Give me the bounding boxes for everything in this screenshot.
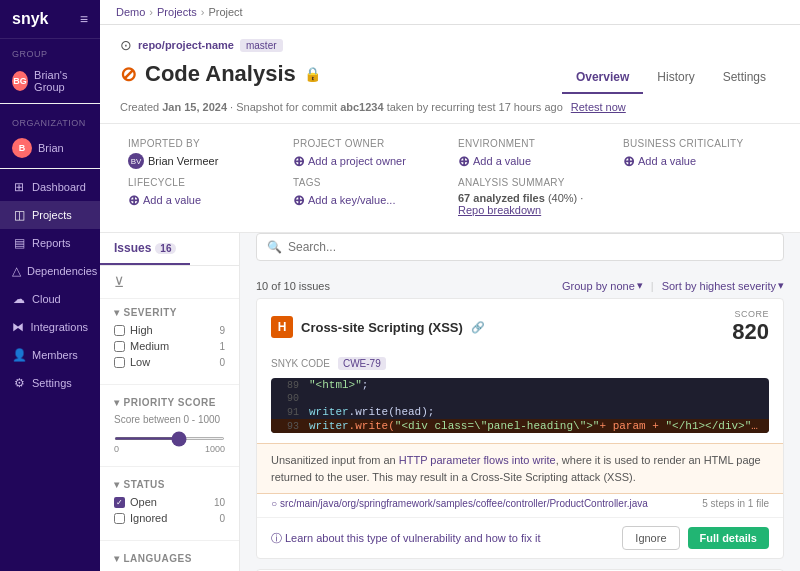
severity-high-label: High <box>130 324 153 336</box>
status-filter-section: ▾ STATUS ✓ Open 10 Ignored 0 <box>100 471 239 536</box>
repo-name[interactable]: repo/project-name <box>138 39 234 51</box>
sidebar-item-dashboard[interactable]: ⊞ Dashboard <box>0 173 100 201</box>
breadcrumb-projects[interactable]: Projects <box>157 6 197 18</box>
status-ignored-checkbox[interactable] <box>114 513 125 524</box>
sidebar-item-cloud[interactable]: ☁ Cloud <box>0 285 100 313</box>
http-param-link[interactable]: HTTP parameter flows into write <box>399 454 556 466</box>
filter-funnel-icon: ⊻ <box>114 274 124 290</box>
sort-by-link[interactable]: Sort by highest severity ▾ <box>662 279 784 292</box>
sidebar-item-settings[interactable]: ⚙ Settings <box>0 369 100 397</box>
search-bar: 🔍 <box>256 233 784 261</box>
lock-icon: 🔒 <box>304 66 321 82</box>
status-ignored-label: Ignored <box>130 512 167 524</box>
main-content: Demo › Projects › Project ⊙ repo/project… <box>100 0 800 571</box>
status-chevron: ▾ <box>114 479 120 490</box>
priority-filter-section: ▾ PRIORITY SCORE Score between 0 - 1000 … <box>100 389 239 462</box>
status-ignored-count: 0 <box>219 513 225 524</box>
ignore-button[interactable]: Ignore <box>622 526 679 550</box>
severity-low-label: Low <box>130 356 150 368</box>
priority-score-slider[interactable] <box>114 437 225 440</box>
severity-medium-checkbox[interactable] <box>114 341 125 352</box>
retest-link[interactable]: Retest now <box>571 101 626 113</box>
issue-1-link-icon[interactable]: 🔗 <box>471 321 485 334</box>
environment-cell: ENVIRONMENT ⊕ Add a value <box>450 134 615 173</box>
search-icon: 🔍 <box>267 240 282 254</box>
sidebar-item-label-dependencies: Dependencies <box>27 265 97 277</box>
settings-icon: ⚙ <box>12 376 26 390</box>
sidebar-toggle-icon[interactable]: ≡ <box>80 11 88 27</box>
severity-low-checkbox[interactable] <box>114 357 125 368</box>
code-line-93: 93 writer.write("<div class=\"panel-head… <box>271 419 769 433</box>
status-open-count: 10 <box>214 497 225 508</box>
branch-badge: master <box>240 39 283 52</box>
languages-chevron: ▾ <box>114 553 120 564</box>
sidebar-item-label-settings: Settings <box>32 377 72 389</box>
issue-1-file-ref: ○ src/main/java/org/springframework/samp… <box>257 494 783 517</box>
tags-label: TAGS <box>293 177 442 188</box>
filter-icon-row[interactable]: ⊻ <box>100 266 239 299</box>
issue-1-title-row: H Cross-site Scripting (XSS) 🔗 <box>271 316 485 338</box>
sidebar-item-reports[interactable]: ▤ Reports <box>0 229 100 257</box>
tab-history[interactable]: History <box>643 62 708 94</box>
severity-low-count: 0 <box>219 357 225 368</box>
tab-overview[interactable]: Overview <box>562 62 643 94</box>
issue-1-learn-link[interactable]: ⓘ Learn about this type of vulnerability… <box>271 531 541 546</box>
issue-1-score-value: 820 <box>732 319 769 345</box>
add-environment-link[interactable]: ⊕ Add a value <box>458 153 607 169</box>
repo-breakdown-link[interactable]: Repo breakdown <box>458 204 541 216</box>
status-ignored-item: Ignored 0 <box>114 512 225 524</box>
group-by-link[interactable]: Group by none ▾ <box>562 279 643 292</box>
full-details-button[interactable]: Full details <box>688 527 769 549</box>
sidebar-item-label-integrations: Integrations <box>31 321 88 333</box>
add-business-criticality-link[interactable]: ⊕ Add a value <box>623 153 772 169</box>
sidebar-item-label-members: Members <box>32 349 78 361</box>
sidebar-item-projects[interactable]: ◫ Projects <box>0 201 100 229</box>
repo-line: ⊙ repo/project-name master <box>120 37 780 53</box>
severity-medium-item: Medium 1 <box>114 340 225 352</box>
dependencies-icon: △ <box>12 264 21 278</box>
issues-sort: Group by none ▾ | Sort by highest severi… <box>562 279 784 292</box>
severity-chevron: ▾ <box>114 307 120 318</box>
issue-1-score-label: SCORE <box>732 309 769 319</box>
user-avatar: BV <box>128 153 144 169</box>
issue-1-snyk-code: SNYK CODE <box>271 358 330 369</box>
learn-icon: ⓘ <box>271 531 282 546</box>
languages-filter-section: ▾ LANGUAGES Java 10 <box>100 545 239 571</box>
severity-high-checkbox[interactable] <box>114 325 125 336</box>
sidebar-item-members[interactable]: 👤 Members <box>0 341 100 369</box>
add-project-owner-link[interactable]: ⊕ Add a project owner <box>293 153 442 169</box>
issue-1-file-path[interactable]: ○ src/main/java/org/springframework/samp… <box>271 498 648 509</box>
issue-1-score-block: SCORE 820 <box>732 309 769 345</box>
add-tags-link[interactable]: ⊕ Add a key/value... <box>293 192 442 208</box>
business-criticality-cell: BUSINESS CRITICALITY ⊕ Add a value <box>615 134 780 173</box>
business-criticality-label: BUSINESS CRITICALITY <box>623 138 772 149</box>
meta-text: Created Jan 15, 2024 · Snapshot for comm… <box>120 101 563 113</box>
sidebar-logo-row: snyk ≡ <box>0 0 100 39</box>
org-name-item[interactable]: B Brian <box>0 132 100 164</box>
issue-1-title: Cross-site Scripting (XSS) <box>301 320 463 335</box>
sidebar-item-label-dashboard: Dashboard <box>32 181 86 193</box>
header-tabs: Overview History Settings <box>562 62 780 94</box>
status-open-label: Open <box>130 496 157 508</box>
tab-settings[interactable]: Settings <box>709 62 780 94</box>
lifecycle-cell: LIFECYCLE ⊕ Add a value <box>120 173 285 220</box>
sidebar-item-integrations[interactable]: ⧓ Integrations <box>0 313 100 341</box>
group-name-item[interactable]: BG Brian's Group <box>0 63 100 99</box>
issues-tab[interactable]: Issues 16 <box>100 233 190 265</box>
status-open-checkbox[interactable]: ✓ <box>114 497 125 508</box>
issue-card-1: H Cross-site Scripting (XSS) 🔗 SCORE 820… <box>256 298 784 559</box>
reports-icon: ▤ <box>12 236 26 250</box>
status-section-title: ▾ STATUS <box>114 479 225 490</box>
code-line-89: 89 "<html>"; <box>271 378 769 392</box>
project-title: ⊘ Code Analysis 🔒 <box>120 61 321 87</box>
sidebar-item-dependencies[interactable]: △ Dependencies <box>0 257 100 285</box>
breadcrumb-demo[interactable]: Demo <box>116 6 145 18</box>
github-icon: ⊙ <box>120 37 132 53</box>
add-lifecycle-link[interactable]: ⊕ Add a value <box>128 192 277 208</box>
issue-1-cwe-badge[interactable]: CWE-79 <box>338 357 386 370</box>
code-analysis-icon: ⊘ <box>120 62 137 86</box>
project-meta: Created Jan 15, 2024 · Snapshot for comm… <box>120 95 780 123</box>
search-input[interactable] <box>288 240 773 254</box>
org-avatar: B <box>12 138 32 158</box>
tags-cell: TAGS ⊕ Add a key/value... <box>285 173 450 220</box>
